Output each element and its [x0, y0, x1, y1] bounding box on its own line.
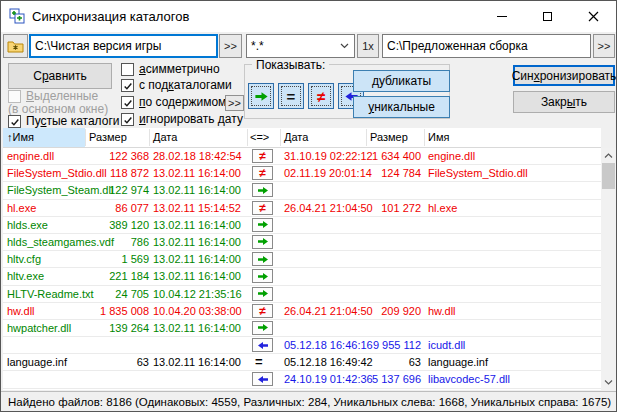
direction-cell[interactable]: ≠ =	[250, 286, 278, 303]
close-dialog-label: Закрыть	[541, 95, 587, 109]
table-row[interactable]: HLTV-Readme.txt 24 705 10.04.12 21:35:16…	[3, 286, 601, 303]
onex-button[interactable]: 1x	[357, 34, 379, 58]
close-dialog-button[interactable]: Закрыть	[513, 91, 615, 113]
show-copy-right-toggle[interactable]	[248, 83, 274, 109]
left-size-cell: 1 569	[63, 251, 149, 267]
checkbox-asymmetric[interactable]: асимметрично	[121, 62, 220, 76]
direction-cell[interactable]: ≠ =	[250, 217, 278, 234]
show-equal-toggle[interactable]: =	[278, 83, 304, 109]
scrollbar-thumb[interactable]	[602, 163, 615, 189]
left-date-cell: 13.02.11 16:14:00	[153, 354, 241, 370]
table-row[interactable]: FileSystem_Stdio.dll 118 872 13.02.11 16…	[3, 165, 601, 182]
checkbox-empty-dirs[interactable]: Пустые каталоги	[8, 114, 119, 128]
scroll-up-button[interactable]	[601, 148, 616, 163]
direction-cell[interactable]: ≠ =	[250, 303, 278, 320]
table-row[interactable]: language.inf 63 13.02.11 16:14:00 ≠ = 05…	[3, 354, 601, 371]
title-bar[interactable]: Синхронизация каталогов	[1, 1, 616, 32]
direction-cell[interactable]: ≠ =	[250, 320, 278, 337]
direction-cell[interactable]: ≠ =	[250, 354, 278, 371]
compare-button[interactable]: Сравнить	[8, 63, 112, 89]
table-row[interactable]: hl.exe 86 077 13.02.11 15:14:52 ≠ = 26.0…	[3, 200, 601, 217]
table-row[interactable]: hw.dll 1 835 008 10.04.20 03:38:00 ≠ = 2…	[3, 303, 601, 320]
left-name-cell: language.inf	[7, 354, 67, 370]
table-row[interactable]: engine.dll 122 368 28.02.18 18:42:54 ≠ =…	[3, 148, 601, 165]
header-size-left[interactable]: Размер	[89, 128, 127, 147]
header-name-right[interactable]: Имя	[428, 128, 449, 147]
checkbox-box	[8, 90, 21, 103]
show-not-equal-toggle[interactable]: ≠	[308, 83, 334, 109]
sync-dirs-dialog: Синхронизация каталогов >> *.* 1x >> Сра…	[0, 0, 617, 412]
direction-cell[interactable]: ≠ =	[250, 234, 278, 251]
header-direction[interactable]: <=>	[250, 128, 269, 147]
checkbox-subdirs[interactable]: с подкаталогами	[121, 78, 232, 92]
right-path-input[interactable]	[382, 34, 591, 58]
left-name-cell: hltv.cfg	[7, 251, 41, 267]
synchronize-label: Синхронизировать	[512, 69, 617, 83]
direction-cell[interactable]: ≠ =	[250, 200, 278, 217]
header-date-left[interactable]: Дата	[153, 128, 177, 147]
direction-cell[interactable]: ≠ =	[250, 148, 278, 165]
checkbox-asymmetric-label: асимметрично	[139, 62, 220, 76]
not-equal-icon: ≠	[252, 149, 273, 163]
table-row[interactable]: hltv.cfg 1 569 13.02.11 16:14:00 ≠ =	[3, 251, 601, 268]
header-size-right[interactable]: Размер	[370, 128, 408, 147]
left-date-cell: 13.02.11 15:14:52	[153, 200, 241, 216]
table-row[interactable]: ≠ = 05.12.18 16:46:16 9 955 112 icudt.dl…	[3, 337, 601, 354]
uniques-label: уникальные	[368, 100, 435, 114]
left-size-cell: 221 184	[63, 268, 149, 284]
table-row[interactable]: ≠ = 24.10.19 01:42:36 5 137 696 libavcod…	[3, 371, 601, 388]
copy-right-icon	[252, 321, 273, 335]
right-browse-button[interactable]: >>	[593, 34, 615, 58]
direction-cell[interactable]: ≠ =	[250, 251, 278, 268]
by-content-options-button[interactable]: >>	[225, 95, 244, 111]
table-row[interactable]: hwpatcher.dll 139 264 13.02.11 16:14:00 …	[3, 320, 601, 337]
checkbox-by-content[interactable]: по содержимому	[121, 95, 232, 109]
left-path-input[interactable]	[29, 34, 218, 58]
left-date-cell: 13.02.11 16:14:00	[153, 182, 241, 198]
direction-cell[interactable]: ≠ =	[250, 268, 278, 285]
direction-cell[interactable]: ≠ =	[250, 165, 278, 182]
maximize-button[interactable]	[525, 1, 570, 31]
direction-cell[interactable]: ≠ =	[250, 389, 278, 390]
left-name-cell: hw.dll	[7, 303, 35, 319]
duplicates-button[interactable]: дубликаты	[353, 70, 450, 92]
app-icon	[9, 8, 25, 24]
right-name-cell: icudt.dll	[428, 337, 465, 353]
table-row[interactable]: FileSystem_Steam.dll 122 974 13.02.11 16…	[3, 182, 601, 199]
checkbox-subdirs-label: с подкаталогами	[139, 78, 232, 92]
left-date-cell: 13.02.11 16:14:00	[153, 268, 241, 284]
equal-icon: =	[255, 354, 263, 370]
left-browse-button[interactable]: >>	[219, 34, 242, 58]
right-size-cell: 5 137 696	[333, 371, 421, 387]
header-name-left[interactable]: ↑Имя	[7, 128, 34, 147]
direction-cell[interactable]: ≠ =	[250, 371, 278, 388]
checkbox-box	[8, 115, 21, 128]
table-row[interactable]: hltv.exe 221 184 13.02.11 16:14:00 ≠ =	[3, 268, 601, 285]
left-name-cell: hwpatcher.dll	[7, 320, 71, 336]
vertical-scrollbar[interactable]	[601, 148, 616, 390]
filter-combobox[interactable]: *.*	[246, 34, 355, 58]
left-date-cell: 13.02.11 16:14:00	[153, 165, 241, 181]
left-size-cell: 63	[63, 354, 149, 370]
status-bar: Найдено файлов: 8186 (Одинаковых: 4559, …	[1, 391, 616, 412]
checkbox-ignore-date[interactable]: игнорировать дату	[121, 112, 243, 126]
copy-right-icon	[252, 269, 273, 283]
favorites-folder-icon	[7, 39, 24, 53]
synchronize-button[interactable]: Синхронизировать	[513, 65, 615, 86]
table-row[interactable]: hlds_steamgames.vdf 786 13.02.11 16:14:0…	[3, 234, 601, 251]
checkbox-box	[121, 96, 134, 109]
file-list[interactable]: engine.dll 122 368 28.02.18 18:42:54 ≠ =…	[3, 148, 601, 390]
close-button[interactable]	[571, 1, 616, 31]
right-size-cell: 124 784	[333, 165, 421, 181]
uniques-button[interactable]: уникальные	[353, 96, 450, 118]
scroll-down-button[interactable]	[601, 375, 616, 390]
checkbox-selected-only[interactable]: Выделенные	[8, 89, 98, 103]
right-size-cell: 63	[333, 354, 421, 370]
table-row[interactable]: hlds.exe 389 120 13.02.11 16:14:00 ≠ =	[3, 217, 601, 234]
favorites-button[interactable]	[3, 34, 28, 58]
header-date-right[interactable]: Дата	[284, 128, 308, 147]
minimize-button[interactable]	[479, 1, 524, 31]
direction-cell[interactable]: ≠ =	[250, 182, 278, 199]
table-row[interactable]: ≠ = 24.10.19 01:42:24 910 784 libavforma…	[3, 389, 601, 390]
direction-cell[interactable]: ≠ =	[250, 337, 278, 354]
